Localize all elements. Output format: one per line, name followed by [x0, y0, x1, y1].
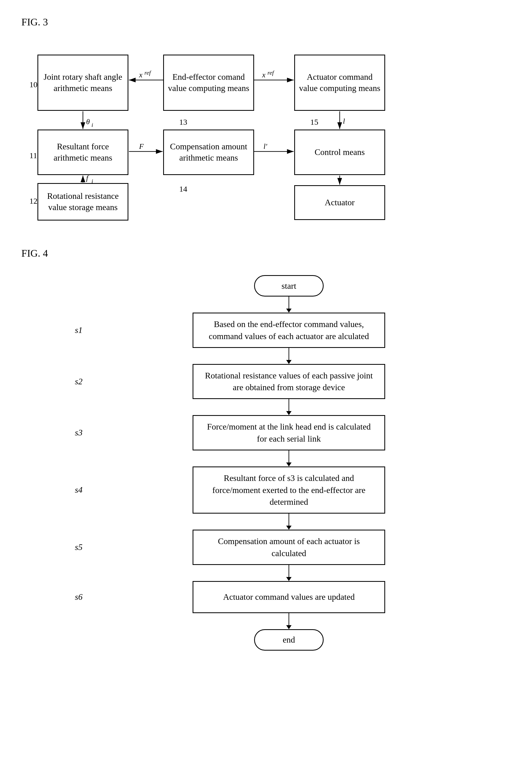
arrow-s1-s2	[285, 348, 293, 364]
svg-marker-31	[286, 577, 291, 581]
svg-marker-33	[286, 625, 291, 629]
svg-marker-27	[286, 462, 291, 466]
step-s1: Based on the end-effector command values…	[193, 313, 385, 348]
svg-text:l: l	[343, 117, 345, 125]
svg-text:ref: ref	[144, 69, 152, 76]
svg-text:i: i	[92, 122, 93, 128]
arrow-s4-s5	[285, 514, 293, 530]
step-label-s1: s1	[75, 325, 82, 335]
svg-text:x: x	[139, 71, 142, 79]
svg-marker-21	[286, 308, 291, 313]
arrow-start-s1	[285, 297, 293, 313]
step-s6: Actuator command values are updated	[193, 581, 385, 613]
svg-marker-29	[286, 526, 291, 530]
svg-text:f: f	[86, 174, 89, 182]
svg-marker-25	[286, 411, 291, 415]
arrow-s6-end	[285, 613, 293, 629]
step-label-s4: s4	[75, 485, 82, 495]
step-label-s3: s3	[75, 428, 82, 438]
arrow-s5-s6	[285, 565, 293, 581]
fig3-container: 10 11 12 13 14 15 16 17 Joint rotary sha…	[21, 39, 503, 220]
svg-text:i: i	[92, 178, 93, 184]
arrow-s2-s3	[285, 399, 293, 415]
step-label-s5: s5	[75, 542, 82, 552]
fig4-container: start s1 Based on the end-effector comma…	[21, 275, 503, 651]
step-label-s2: s2	[75, 377, 82, 386]
svg-text:θ: θ	[86, 117, 90, 126]
start-oval: start	[254, 275, 323, 297]
svg-text:l': l'	[263, 142, 267, 150]
step-label-s6: s6	[75, 592, 82, 602]
svg-marker-23	[286, 360, 291, 364]
fig3-label: FIG. 3	[21, 16, 511, 28]
step-s4: Resultant force of s3 is calculated and …	[193, 466, 385, 514]
fig4-label: FIG. 4	[21, 247, 511, 259]
step-s5: Compensation amount of each actuator is …	[193, 530, 385, 565]
end-oval: end	[254, 629, 323, 651]
svg-text:ref: ref	[267, 69, 275, 76]
svg-text:F: F	[139, 142, 144, 150]
svg-text:x: x	[262, 71, 266, 79]
step-s3: Force/moment at the link head end is cal…	[193, 415, 385, 451]
step-s2: Rotational resistance values of each pas…	[193, 364, 385, 399]
arrow-s3-s4	[285, 451, 293, 466]
arrows-overlay: x ref x ref θ i F f i l l'	[21, 39, 503, 220]
